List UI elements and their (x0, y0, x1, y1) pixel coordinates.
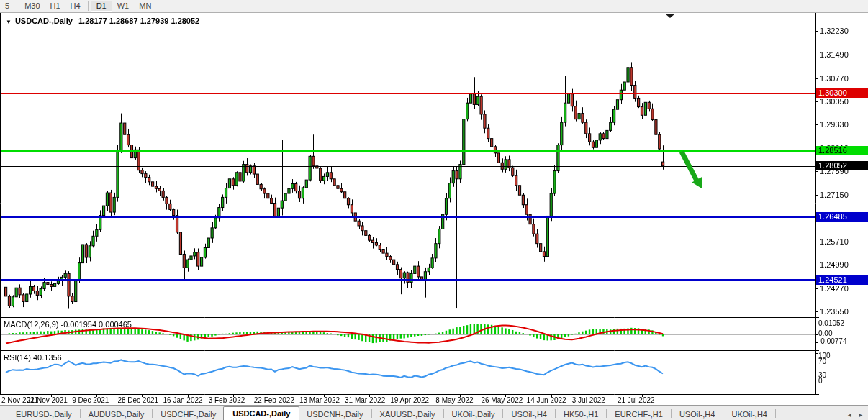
tab-separator (723, 409, 723, 418)
macd-scale-label: 0.01052 (818, 319, 844, 327)
tab-separator (775, 409, 776, 418)
tab-scroll-right-icon[interactable]: ► (858, 412, 864, 419)
price-level-badge: 1.26485 (816, 212, 868, 222)
price-axis-label: 1.32230 (820, 27, 849, 35)
timeframe-button-5[interactable]: 5 (0, 1, 14, 12)
date-axis-label: 3 Feb 2022 (209, 396, 245, 404)
date-axis-label: 16 Jan 2022 (163, 396, 203, 404)
macd-name: MACD(12,26,9) (4, 320, 58, 329)
date-axis-label: 21 Nov 2021 (27, 396, 68, 404)
price-chart-canvas[interactable] (0, 0, 868, 420)
tab-usdchf-daily[interactable]: USDCHF-,Daily (153, 408, 223, 420)
chart-tabs-bar: EURUSD-,DailyAUDUSD-,DailyUSDCHF-,DailyU… (0, 405, 868, 420)
price-level-badge: 1.30300 (816, 88, 868, 98)
price-axis-label: 1.24270 (820, 284, 849, 293)
tab-scrollers: ◄► (846, 412, 864, 419)
chart-shift-marker-icon[interactable] (665, 14, 675, 18)
rsi-scale-label: 0 (818, 377, 823, 385)
tab-usdcnh-daily[interactable]: USDCNH-,Daily (299, 408, 370, 420)
rsi-indicator-label: RSI(14) 40.1356 (4, 353, 62, 362)
macd-scale-label: 0.00 (818, 329, 832, 337)
tab-separator (80, 409, 81, 418)
timeframe-button-mn[interactable]: MN (134, 1, 156, 12)
date-axis-label: 19 Apr 2022 (390, 396, 429, 404)
rsi-scale-label: 70 (818, 357, 826, 365)
price-level-badge: 1.28052 (816, 161, 868, 170)
date-axis-label: 21 Jul 2022 (618, 396, 655, 404)
tab-usoil-h4[interactable]: USOil-,H4 (672, 408, 723, 420)
tab-usdcad-daily[interactable]: USDCAD-,Daily (223, 406, 299, 420)
toolbar-separator (88, 1, 89, 11)
timeframe-button-d1[interactable]: D1 (91, 1, 112, 12)
timeframe-button-h4[interactable]: H4 (65, 1, 86, 12)
tab-xauusd-daily[interactable]: XAUUSD-,Daily (373, 408, 443, 420)
tab-eurusd-daily[interactable]: EURUSD-,Daily (9, 408, 79, 420)
macd-scale-label: -0.00774 (818, 337, 846, 345)
timeframe-button-h1[interactable]: H1 (45, 1, 65, 12)
price-level-badge: 1.24521 (816, 275, 868, 285)
tab-audusd-daily[interactable]: AUDUSD-,Daily (81, 408, 152, 420)
timeframe-button-m30[interactable]: M30 (19, 1, 45, 12)
tab-separator (371, 409, 372, 418)
date-axis-label: 28 Dec 2021 (117, 396, 158, 404)
macd-current-values: -0.001954 0.000465 (60, 320, 131, 329)
tab-eurchf-h1[interactable]: EURCHF-,H1 (607, 408, 670, 420)
date-axis-label: 14 Jun 2022 (527, 396, 566, 404)
mt4-chart-window: { "toolbar": { "timeframes": [ {"label":… (0, 0, 868, 420)
tab-separator (152, 409, 153, 418)
price-axis-label: 1.30050 (820, 97, 849, 106)
tab-separator (606, 409, 607, 418)
chart-symbol-label: USDCAD-,Daily (15, 17, 73, 25)
timeframe-button-w1[interactable]: W1 (112, 1, 135, 12)
date-axis-label: 8 May 2022 (435, 396, 473, 404)
price-axis-label: 1.31490 (820, 50, 849, 59)
rsi-current-value: 40.1356 (33, 353, 62, 362)
tab-separator (671, 409, 672, 418)
date-axis-label: 3 Jul 2022 (572, 396, 605, 404)
macd-indicator-label: MACD(12,26,9) -0.001954 0.000465 (4, 320, 132, 329)
price-axis-label: 1.23550 (820, 307, 849, 316)
price-axis-label: 1.24990 (820, 260, 849, 269)
tab-ukoil-h4[interactable]: UKOil-,H4 (724, 408, 774, 420)
date-axis-label: 26 May 2022 (481, 396, 523, 404)
price-axis-label: 1.30770 (820, 74, 849, 83)
price-axis-label: 1.25710 (820, 237, 849, 246)
date-axis-label: 13 Mar 2022 (299, 396, 340, 404)
price-axis-label: 1.27150 (820, 191, 849, 199)
date-axis-label: 9 Dec 2021 (72, 396, 109, 404)
tab-hk50-h1[interactable]: HK50-,H1 (556, 408, 605, 420)
tab-separator (502, 409, 503, 418)
toolbar-separator (161, 1, 161, 11)
tab-usoil-h4[interactable]: USOil-,H4 (504, 408, 554, 420)
chart-title: ▼USDCAD-,Daily1.28177 1.28687 1.27939 1.… (6, 17, 199, 25)
timeframe-toolbar: 5M30H1H4D1W1MN (0, 0, 868, 13)
tab-separator (443, 409, 444, 418)
date-axis-label: 31 Mar 2022 (345, 396, 385, 404)
tab-separator (555, 409, 556, 418)
tab-scroll-left-icon[interactable]: ◄ (846, 412, 852, 419)
price-level-badge: 1.28516 (816, 146, 868, 155)
price-axis-label: 1.29330 (820, 120, 849, 129)
date-axis-label: 22 Feb 2022 (254, 396, 294, 404)
tab-ukoil-daily[interactable]: UKOil-,Daily (445, 408, 502, 420)
rsi-name: RSI(14) (4, 353, 31, 362)
toolbar-separator (17, 1, 17, 11)
chart-ohlc-values: 1.28177 1.28687 1.27939 1.28052 (78, 17, 199, 25)
symbol-dropdown-icon[interactable]: ▼ (6, 19, 12, 25)
